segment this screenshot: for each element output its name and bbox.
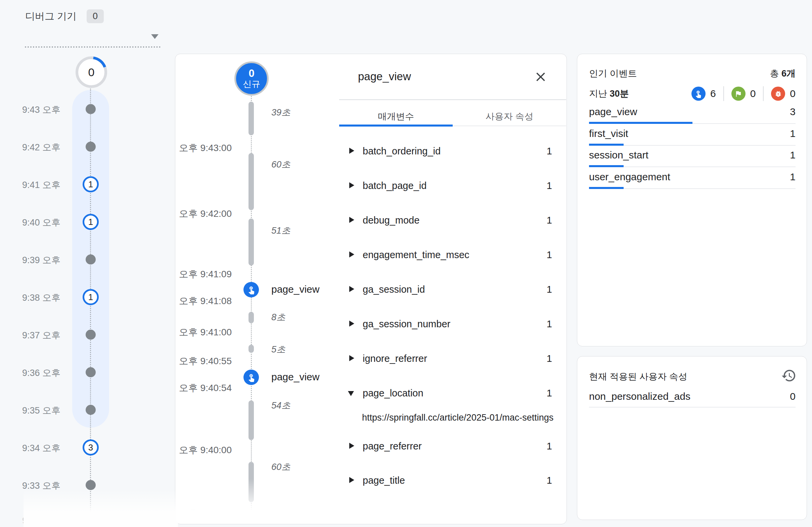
duration-label: 54초 bbox=[271, 399, 290, 411]
top-event-bar-fill bbox=[589, 144, 624, 146]
parameter-row-ignore_referrer[interactable]: ignore_referrer1 bbox=[339, 352, 566, 366]
minute-time-label: 9:36 오후 bbox=[13, 367, 60, 379]
parameter-name: page_location bbox=[363, 388, 423, 399]
parameter-value: 1 bbox=[547, 180, 552, 191]
minute-time-label: 9:41 오후 bbox=[13, 179, 60, 191]
counter-divider bbox=[723, 86, 724, 101]
expand-arrow-icon bbox=[349, 477, 354, 483]
user-properties-title: 현재 적용된 사용자 속성 bbox=[589, 368, 687, 383]
duration-bar bbox=[248, 102, 254, 135]
parameter-name: debug_mode bbox=[363, 215, 419, 226]
stream-event-page-view[interactable]: page_view bbox=[271, 371, 319, 383]
event-detail-title: page_view bbox=[358, 70, 411, 83]
parameter-row-page_location[interactable]: page_location1 bbox=[339, 387, 566, 400]
minute-dot-marker[interactable] bbox=[86, 405, 96, 415]
device-selector-dropdown[interactable] bbox=[25, 24, 160, 48]
minute-time-label: 9:34 오후 bbox=[13, 442, 60, 454]
parameter-name: page_referrer bbox=[363, 441, 422, 452]
minute-time-label: 9:38 오후 bbox=[13, 292, 60, 304]
minute-time-label: 9:35 오후 bbox=[13, 405, 60, 416]
minute-row: 9:38 오후1 bbox=[0, 289, 111, 305]
top-event-row-session_start[interactable]: session_start1 bbox=[589, 149, 796, 168]
top-event-name: first_visit bbox=[589, 128, 628, 139]
touch-icon bbox=[244, 369, 259, 385]
new-events-count: 0 bbox=[248, 68, 254, 79]
minute-dot-marker[interactable] bbox=[86, 367, 96, 377]
conversion-events-count: 0 bbox=[750, 88, 756, 99]
minute-dot-marker[interactable] bbox=[86, 480, 96, 490]
parameter-row-engagement_time_msec[interactable]: engagement_time_msec1 bbox=[339, 249, 566, 262]
counter-divider bbox=[763, 86, 764, 101]
parameter-row-debug_mode[interactable]: debug_mode1 bbox=[339, 214, 566, 228]
tab-parameters[interactable]: 매개변수 bbox=[339, 111, 453, 122]
touch-icon bbox=[692, 87, 706, 101]
minute-row: 9:42 오후 bbox=[0, 138, 111, 155]
top-event-row-page_view[interactable]: page_view3 bbox=[589, 106, 796, 125]
expand-arrow-icon bbox=[349, 251, 354, 258]
minute-dot-marker[interactable] bbox=[86, 104, 96, 114]
parameter-name: ignore_referrer bbox=[363, 353, 427, 364]
parameter-name: batch_page_id bbox=[363, 180, 426, 191]
parameter-row-page_referrer[interactable]: page_referrer1 bbox=[339, 440, 566, 453]
top-event-count: 1 bbox=[790, 128, 796, 139]
flag-icon bbox=[731, 87, 745, 101]
minute-time-label: 9:43 오후 bbox=[13, 104, 60, 116]
top-events-card: 인기 이벤트 총 6개 지난 30분 6 0 bbox=[577, 54, 807, 347]
top-event-count: 3 bbox=[790, 106, 796, 117]
minute-dot-marker[interactable] bbox=[86, 254, 96, 264]
parameter-row-ga_session_id[interactable]: ga_session_id1 bbox=[339, 283, 566, 297]
minute-time-label: 9:37 오후 bbox=[13, 329, 60, 341]
minute-dot-marker[interactable] bbox=[86, 330, 96, 340]
parameter-row-page_title[interactable]: page_title1 bbox=[339, 474, 566, 488]
expand-arrow-icon bbox=[349, 321, 354, 327]
parameter-value: 1 bbox=[547, 353, 552, 364]
new-events-badge[interactable]: 0 신규 bbox=[234, 61, 269, 96]
stream-time: 오후 9:40:00 bbox=[175, 444, 232, 456]
top-event-name: user_engagement bbox=[589, 171, 670, 182]
parameter-row-batch_page_id[interactable]: batch_page_id1 bbox=[339, 179, 566, 193]
top-event-row-user_engagement[interactable]: user_engagement1 bbox=[589, 171, 796, 190]
top-events-period: 지난 30분 bbox=[589, 88, 629, 100]
row-divider bbox=[589, 407, 796, 408]
stream-time: 오후 9:42:00 bbox=[175, 207, 232, 220]
stream-event-page-view[interactable]: page_view bbox=[271, 284, 319, 295]
minute-row: 9:43 오후 bbox=[0, 101, 111, 117]
minute-count-marker[interactable]: 1 bbox=[83, 214, 99, 230]
duration-label: 60초 bbox=[271, 158, 290, 171]
top-events-total: 총 6개 bbox=[770, 68, 796, 79]
expand-arrow-icon bbox=[349, 286, 354, 292]
expand-arrow-icon bbox=[349, 217, 354, 223]
user-property-value: 0 bbox=[790, 391, 796, 402]
minute-row: 9:39 오후 bbox=[0, 251, 111, 267]
minute-row: 9:41 오후1 bbox=[0, 176, 111, 192]
top-event-row-first_visit[interactable]: first_visit1 bbox=[589, 128, 796, 147]
stream-time: 오후 9:40:54 bbox=[175, 382, 232, 394]
tab-user-properties[interactable]: 사용자 속성 bbox=[453, 111, 566, 122]
bug-icon bbox=[771, 87, 785, 101]
duration-label: 60초 bbox=[271, 461, 290, 473]
close-icon[interactable] bbox=[533, 70, 548, 84]
minute-dot-marker[interactable] bbox=[86, 142, 96, 152]
restore-icon[interactable] bbox=[781, 368, 797, 383]
minute-time-label: 9:42 오후 bbox=[13, 141, 60, 153]
expand-arrow-icon bbox=[349, 443, 354, 449]
minute-time-label: 9:40 오후 bbox=[13, 217, 60, 229]
parameter-row-ga_session_number[interactable]: ga_session_number1 bbox=[339, 318, 566, 331]
error-events-count: 0 bbox=[790, 88, 796, 99]
duration-bar bbox=[248, 219, 254, 265]
debug-device-label: 디버그 기기 bbox=[25, 10, 76, 23]
parameter-name: engagement_time_msec bbox=[363, 249, 469, 261]
error-events-counter: 0 bbox=[771, 87, 796, 101]
minute-count-marker[interactable]: 3 bbox=[83, 439, 99, 455]
duration-bar bbox=[248, 312, 254, 323]
parameter-name: page_title bbox=[363, 475, 405, 486]
parameter-value: 1 bbox=[547, 215, 552, 226]
minute-count-marker[interactable]: 1 bbox=[83, 289, 99, 305]
duration-bar bbox=[248, 153, 254, 210]
minute-row: 9:36 오후 bbox=[0, 364, 111, 380]
device-minute-ring[interactable]: 0 bbox=[75, 55, 108, 89]
duration-label: 5초 bbox=[271, 343, 286, 355]
minute-count-marker[interactable]: 1 bbox=[83, 176, 99, 192]
top-event-bar-fill bbox=[589, 165, 624, 167]
parameter-row-batch_ordering_id[interactable]: batch_ordering_id1 bbox=[339, 145, 566, 158]
